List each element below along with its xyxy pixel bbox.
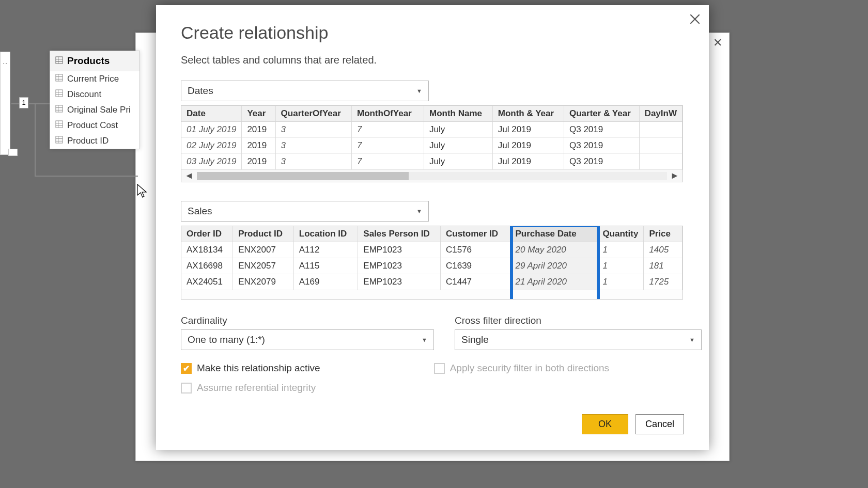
dates-header[interactable]: QuarterOfYear xyxy=(275,106,351,122)
column-icon xyxy=(55,120,63,131)
cell: 1 xyxy=(597,242,644,258)
sales-header[interactable]: Quantity xyxy=(597,226,644,242)
cell: Jul 2019 xyxy=(492,154,564,170)
dates-header[interactable]: Year xyxy=(242,106,275,122)
background-close-icon[interactable]: ✕ xyxy=(711,37,724,50)
cardinality-value: One to many (1:*) xyxy=(188,334,265,345)
table-row[interactable]: AX16698 ENX2057 A115 EMP1023 C1639 29 Ap… xyxy=(181,258,683,274)
dialog-subtitle: Select tables and columns that are relat… xyxy=(181,54,684,66)
chevron-down-icon: ▼ xyxy=(416,208,422,214)
cross-filter-label: Cross filter direction xyxy=(455,315,702,326)
cell: July xyxy=(424,138,493,154)
sales-header[interactable]: Product ID xyxy=(233,226,294,242)
cell-purchase-date: 21 April 2020 xyxy=(510,274,597,290)
scroll-left-icon[interactable]: ◄ xyxy=(181,170,197,181)
table-row[interactable]: AX18134 ENX2007 A112 EMP1023 C1576 20 Ma… xyxy=(181,242,683,258)
column-icon xyxy=(55,105,63,115)
cardinality-label: Cardinality xyxy=(181,315,434,326)
create-relationship-dialog: Create relationship Select tables and co… xyxy=(156,5,709,450)
second-table-dropdown[interactable]: Sales ▼ xyxy=(181,201,429,222)
field-row[interactable]: Original Sale Pri xyxy=(50,102,140,118)
field-label: Discount xyxy=(67,89,101,100)
make-active-label: Make this relationship active xyxy=(197,363,320,374)
first-table-dropdown[interactable]: Dates ▼ xyxy=(181,81,429,101)
field-row[interactable]: Current Price xyxy=(50,71,140,87)
scroll-right-icon[interactable]: ► xyxy=(667,170,683,181)
svg-rect-20 xyxy=(56,136,63,143)
cell: Q3 2019 xyxy=(564,138,640,154)
dates-header[interactable]: Date xyxy=(181,106,242,122)
second-table-value: Sales xyxy=(188,206,212,217)
field-row[interactable]: Discount xyxy=(50,87,140,102)
cell: Jul 2019 xyxy=(492,138,564,154)
cell: 3 xyxy=(275,138,351,154)
dates-header[interactable]: Quarter & Year xyxy=(564,106,640,122)
assume-referential-label: Assume referential integrity xyxy=(197,382,316,393)
dates-header[interactable]: Month & Year xyxy=(492,106,564,122)
apply-security-label: Apply security filter in both directions xyxy=(450,363,609,374)
close-icon[interactable] xyxy=(688,12,702,26)
sales-header-purchase-date[interactable]: Purchase Date xyxy=(510,226,597,242)
checkbox-checked-icon[interactable]: ✔ xyxy=(181,363,192,374)
cross-filter-value: Single xyxy=(461,334,489,345)
cell: A112 xyxy=(293,242,358,258)
cell: 1405 xyxy=(644,242,683,258)
svg-rect-0 xyxy=(56,57,63,64)
cell: A115 xyxy=(293,258,358,274)
make-active-checkbox-row[interactable]: ✔ Make this relationship active xyxy=(181,363,320,374)
dates-header[interactable]: Month Name xyxy=(424,106,493,122)
first-table-value: Dates xyxy=(188,85,213,97)
chevron-down-icon: ▼ xyxy=(422,337,427,343)
cell: 2019 xyxy=(242,154,275,170)
table-row[interactable]: AX24051 ENX2079 A169 EMP1023 C1447 21 Ap… xyxy=(181,274,683,290)
svg-rect-8 xyxy=(56,90,63,97)
products-table-card[interactable]: Products Current Price Discount Original… xyxy=(50,51,140,149)
dates-header[interactable]: MonthOfYear xyxy=(351,106,424,122)
column-icon xyxy=(55,74,63,84)
sales-header[interactable]: Customer ID xyxy=(440,226,510,242)
cell xyxy=(639,122,682,138)
table-row[interactable]: 02 July 2019 2019 3 7 July Jul 2019 Q3 2… xyxy=(181,138,683,154)
table-row[interactable]: 01 July 2019 2019 3 7 July Jul 2019 Q3 2… xyxy=(181,122,683,138)
field-label: Product ID xyxy=(67,136,109,146)
cell: ENX2057 xyxy=(233,258,294,274)
cell: July xyxy=(424,154,493,170)
cell: AX24051 xyxy=(181,274,233,290)
cell: 3 xyxy=(275,154,351,170)
scroll-track[interactable] xyxy=(197,172,667,180)
column-icon xyxy=(55,89,63,100)
field-row[interactable]: Product Cost xyxy=(50,118,140,133)
cell: AX16698 xyxy=(181,258,233,274)
checkbox-unchecked-icon xyxy=(181,383,192,393)
dates-header[interactable]: DayInW xyxy=(639,106,682,122)
cell: 1725 xyxy=(644,274,683,290)
field-row[interactable]: Product ID xyxy=(50,133,140,149)
sales-header[interactable]: Location ID xyxy=(293,226,358,242)
cell: C1447 xyxy=(440,274,510,290)
scroll-thumb[interactable] xyxy=(197,172,409,180)
cell: C1576 xyxy=(440,242,510,258)
cell: 02 July 2019 xyxy=(181,138,242,154)
sales-header[interactable]: Price xyxy=(644,226,683,242)
cell: 2019 xyxy=(242,122,275,138)
sales-header[interactable]: Order ID xyxy=(181,226,233,242)
products-card-header: Products xyxy=(50,51,140,71)
table-icon xyxy=(55,55,63,67)
cell: ENX2007 xyxy=(233,242,294,258)
sales-header[interactable]: Sales Person ID xyxy=(358,226,441,242)
cancel-button[interactable]: Cancel xyxy=(636,414,684,434)
cell: Jul 2019 xyxy=(492,122,564,138)
horizontal-scrollbar[interactable]: ◄ ► xyxy=(181,169,683,182)
field-label: Original Sale Pri xyxy=(67,105,131,115)
cell: 03 July 2019 xyxy=(181,154,242,170)
cell: Q3 2019 xyxy=(564,122,640,138)
field-label: Current Price xyxy=(67,74,119,84)
cell: 7 xyxy=(351,122,424,138)
cardinality-dropdown[interactable]: One to many (1:*) ▼ xyxy=(181,329,434,350)
cell: 7 xyxy=(351,138,424,154)
ok-button[interactable]: OK xyxy=(582,414,628,434)
table-row[interactable]: 03 July 2019 2019 3 7 July Jul 2019 Q3 2… xyxy=(181,154,683,170)
cross-filter-dropdown[interactable]: Single ▼ xyxy=(455,329,702,350)
cell: EMP1023 xyxy=(358,242,441,258)
cell: Q3 2019 xyxy=(564,154,640,170)
